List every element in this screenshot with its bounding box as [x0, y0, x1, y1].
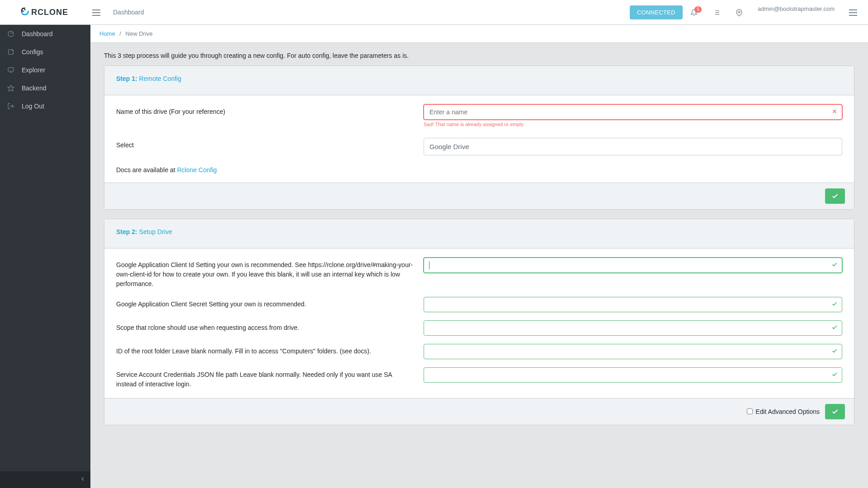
pin-icon	[736, 9, 743, 16]
step2-card: Step 2: Setup Drive Google Application C…	[104, 219, 854, 425]
sidebar-item-backend[interactable]: Backend	[0, 79, 90, 97]
advanced-options-label: Edit Advanced Options	[755, 408, 820, 415]
step2-field-input-0[interactable]	[424, 258, 842, 273]
step1-header: Step 1: Remote Config	[104, 66, 854, 95]
sidebar-item-label: Configs	[22, 48, 43, 56]
docs-line: Docs are available at Rclone Config	[116, 166, 217, 174]
step1-card: Step 1: Remote Config Name of this drive…	[104, 66, 854, 210]
docs-link[interactable]: Rclone Config	[177, 166, 217, 174]
sidebar-item-logout[interactable]: Log Out	[0, 97, 90, 115]
rclone-swirl-icon	[20, 7, 29, 18]
step2-label: Setup Drive	[139, 228, 172, 235]
sidebar-item-configs[interactable]: Configs	[0, 43, 90, 61]
header-nav-dashboard[interactable]: Dashboard	[108, 9, 150, 16]
main-content: Home / New Drive This 3 step process wil…	[90, 25, 868, 488]
sidebar-item-label: Explorer	[22, 66, 45, 74]
step2-field-label: ID of the root folder Leave blank normal…	[116, 344, 424, 356]
text-cursor	[429, 261, 429, 269]
step2-field-label: Service Account Credentials JSON file pa…	[116, 367, 424, 389]
check-icon	[831, 371, 838, 379]
drive-name-input[interactable]	[424, 104, 842, 120]
drive-type-select[interactable]: Google Drive	[424, 138, 842, 155]
svg-marker-10	[8, 85, 14, 91]
step2-field-label: Google Application Client Id Setting you…	[116, 258, 424, 289]
step2-field-label: Google Application Client Secret Setting…	[116, 297, 424, 309]
docs-prefix: Docs are available at	[116, 166, 177, 174]
notifications-button[interactable]: 5	[683, 8, 705, 16]
advanced-options-row[interactable]: Edit Advanced Options	[747, 408, 820, 415]
intro-text: This 3 step process will guide you throu…	[104, 52, 854, 59]
step2-field-label: Scope that rclone should use when reques…	[116, 320, 424, 333]
step1-next-button[interactable]	[825, 188, 845, 204]
list-icon	[713, 9, 720, 16]
check-icon	[831, 408, 839, 415]
step2-header: Step 2: Setup Drive	[104, 219, 854, 249]
connected-button[interactable]: CONNECTED	[630, 5, 683, 19]
step1-number: Step 1:	[116, 75, 137, 82]
brand[interactable]: RCLONE	[4, 7, 85, 18]
advanced-options-checkbox[interactable]	[747, 408, 753, 414]
check-icon	[831, 301, 838, 309]
drive-name-label: Name of this drive (For your reference)	[116, 104, 424, 117]
sidebar-item-label: Dashboard	[22, 30, 53, 38]
breadcrumb-home[interactable]: Home	[99, 30, 115, 37]
step2-number: Step 2:	[116, 228, 137, 235]
step2-field-input-1[interactable]	[424, 297, 842, 312]
drive-name-error: Sad! That name is already assigned or em…	[424, 122, 842, 127]
step2-field-input-2[interactable]	[424, 320, 842, 336]
sidebar-item-label: Log Out	[22, 103, 44, 110]
svg-rect-9	[8, 68, 14, 71]
chevron-left-icon	[80, 476, 86, 482]
svg-point-6	[738, 11, 740, 13]
app-header: RCLONE Dashboard CONNECTED 5 admin@boots…	[0, 0, 868, 25]
sidebar-item-dashboard[interactable]: Dashboard	[0, 25, 90, 43]
brand-text: RCLONE	[31, 8, 68, 17]
speedometer-icon	[7, 30, 18, 38]
aside-toggle[interactable]	[842, 9, 864, 16]
menu-icon	[92, 9, 100, 16]
step2-field-input-3[interactable]	[424, 344, 842, 359]
step1-label: Remote Config	[139, 75, 181, 82]
close-icon	[831, 108, 838, 116]
breadcrumb-current: New Drive	[126, 30, 153, 37]
step2-field-input-4[interactable]	[424, 367, 842, 383]
sidebar-item-label: Backend	[22, 84, 46, 92]
tasks-button[interactable]	[705, 8, 728, 16]
select-label: Select	[116, 138, 424, 150]
check-icon	[831, 262, 838, 269]
brand-logo: RCLONE	[20, 7, 68, 18]
menu-icon	[849, 9, 857, 16]
check-icon	[831, 324, 838, 332]
screen-icon	[7, 66, 18, 74]
note-icon	[7, 48, 18, 56]
sidebar-item-explorer[interactable]: Explorer	[0, 61, 90, 79]
breadcrumb-sep: /	[119, 30, 121, 37]
check-icon	[831, 192, 839, 200]
check-icon	[831, 348, 838, 356]
notifications-badge: 5	[694, 6, 702, 13]
step2-next-button[interactable]	[825, 404, 845, 419]
location-button[interactable]	[728, 8, 750, 16]
star-icon	[7, 84, 18, 92]
logout-icon	[7, 103, 18, 110]
sidebar-minimizer[interactable]	[0, 471, 90, 488]
sidebar-toggle[interactable]	[85, 9, 108, 16]
sidebar: Dashboard Configs Explorer Backend Log O…	[0, 25, 90, 488]
breadcrumb: Home / New Drive	[90, 25, 868, 43]
user-email[interactable]: admin@bootstrapmaster.com	[750, 5, 842, 12]
